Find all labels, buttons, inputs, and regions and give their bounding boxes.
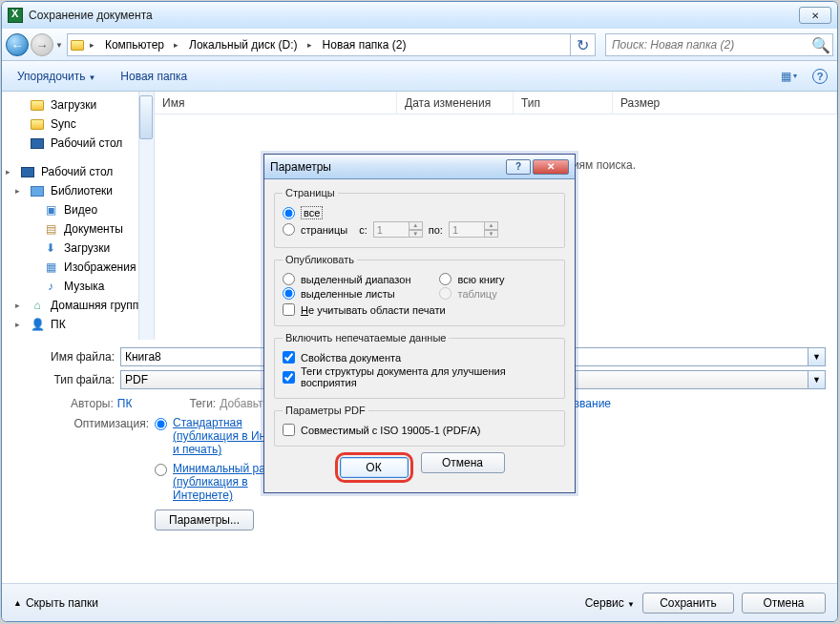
struct-row[interactable]: Теги структуры документа для улучшения в… <box>283 365 556 388</box>
opt-standard-radio[interactable] <box>155 418 167 430</box>
publish-sheets-row[interactable]: выделенные листы <box>283 287 410 300</box>
ok-button[interactable]: ОК <box>340 457 409 478</box>
cancel-button[interactable]: Отмена <box>742 593 826 614</box>
col-type[interactable]: Тип <box>514 92 613 114</box>
new-folder-button[interactable]: Новая папка <box>115 66 193 87</box>
breadcrumb-computer[interactable]: Компьютер <box>97 34 171 55</box>
breadcrumb-drive[interactable]: Локальный диск (D:) <box>181 34 304 55</box>
titlebar: Сохранение документа ✕ <box>2 2 837 29</box>
modal-help-button[interactable]: ? <box>506 159 531 175</box>
organize-menu[interactable]: Упорядочить▼ <box>11 66 101 87</box>
filename-label: Имя файла: <box>36 350 115 364</box>
modal-close-button[interactable]: ✕ <box>533 159 569 175</box>
help-icon[interactable]: ? <box>812 69 828 84</box>
opt-minimal-radio[interactable] <box>155 464 167 476</box>
breadcrumb-folder[interactable]: Новая папка (2) <box>315 34 413 55</box>
window-title: Сохранение документа <box>29 9 153 22</box>
col-modified[interactable]: Дата изменения <box>397 92 514 114</box>
refresh-button[interactable]: ↻ <box>571 33 596 56</box>
nav-tree[interactable]: Загрузки Sync Рабочий стол ▸Рабочий стол… <box>2 92 155 340</box>
publish-book-row[interactable]: всю книгу <box>439 273 504 285</box>
tree-scrollbar[interactable] <box>138 92 154 340</box>
tree-pc[interactable]: ▸👤ПК <box>15 315 154 334</box>
props-check[interactable] <box>283 351 295 364</box>
hide-folders-toggle[interactable]: ▲Скрыть папки <box>13 596 98 610</box>
filetype-label: Тип файла: <box>36 373 115 386</box>
authors-block[interactable]: Авторы:ПК <box>71 397 132 410</box>
searchbox[interactable]: 🔍 <box>605 33 833 56</box>
tree-downloads[interactable]: Загрузки <box>15 95 154 114</box>
col-size[interactable]: Размер <box>613 92 837 114</box>
publish-sheets-radio[interactable] <box>283 287 295 300</box>
tree-downloads2[interactable]: ⬇Загрузки <box>15 239 154 258</box>
navbar: ← → ▼ ▸ Компьютер▸ Локальный диск (D:)▸ … <box>2 29 837 61</box>
pdf-group: Параметры PDF Совместимый с ISO 19005-1 … <box>274 405 565 447</box>
filename-dropdown-icon[interactable]: ▼ <box>808 347 826 366</box>
filetype-dropdown-icon[interactable]: ▼ <box>808 370 826 389</box>
list-header: Имя Дата изменения Тип Размер <box>155 92 837 114</box>
pages-all-radio[interactable] <box>283 207 295 219</box>
publish-book-radio[interactable] <box>439 273 452 285</box>
publish-table-radio <box>439 287 452 300</box>
col-name[interactable]: Имя <box>155 92 397 114</box>
tree-pictures[interactable]: ▦Изображения <box>15 258 154 277</box>
ok-highlight: ОК <box>335 452 413 483</box>
pages-range-radio[interactable] <box>283 223 295 236</box>
forward-button[interactable]: → <box>31 33 53 56</box>
pages-group: Страницы все страницы с: ▲▼ по: ▲▼ <box>274 187 565 248</box>
tree-desktop-fav[interactable]: Рабочий стол <box>15 134 154 153</box>
tree-sync[interactable]: Sync <box>15 114 154 134</box>
excel-icon <box>8 8 23 23</box>
search-icon[interactable]: 🔍 <box>809 36 832 54</box>
pages-range-row[interactable]: страницы с: ▲▼ по: ▲▼ <box>283 221 556 238</box>
close-window-button[interactable]: ✕ <box>799 7 831 24</box>
tree-homegroup[interactable]: ▸⌂Домашняя групп <box>15 296 154 315</box>
footer: ▲Скрыть папки Сервис ▼ Сохранить Отмена <box>2 583 837 621</box>
nonprint-group: Включить непечатаемые данные Свойства до… <box>274 332 565 399</box>
tree-video[interactable]: ▣Видео <box>15 200 154 219</box>
pages-to-spinner[interactable]: ▲▼ <box>449 221 498 238</box>
pages-all-row[interactable]: все <box>283 206 556 219</box>
toolbar: Упорядочить▼ Новая папка ▦▼ ? <box>2 61 837 92</box>
tree-documents[interactable]: ▤Документы <box>15 219 154 239</box>
ignore-print-check[interactable] <box>283 303 295 316</box>
view-mode-button[interactable]: ▦▼ <box>780 67 799 86</box>
parameters-dialog: Параметры ? ✕ Страницы все страницы с: ▲… <box>263 154 576 493</box>
props-row[interactable]: Свойства документа <box>283 351 556 364</box>
save-button[interactable]: Сохранить <box>642 593 734 614</box>
pages-from-spinner[interactable]: ▲▼ <box>373 221 423 238</box>
publish-range-row[interactable]: выделенный диапазон <box>283 273 410 285</box>
tree-desktop[interactable]: ▸Рабочий стол <box>6 162 154 181</box>
publish-table-row: таблицу <box>439 287 504 300</box>
parameters-button[interactable]: Параметры... <box>155 510 254 530</box>
back-button[interactable]: ← <box>6 33 29 56</box>
publish-range-radio[interactable] <box>283 273 295 285</box>
ignore-print-row[interactable]: Не учитывать области печати <box>283 303 556 316</box>
modal-titlebar: Параметры ? ✕ <box>264 155 575 179</box>
publish-group: Опубликовать выделенный диапазон выделен… <box>274 254 565 326</box>
breadcrumb[interactable]: ▸ Компьютер▸ Локальный диск (D:)▸ Новая … <box>67 33 571 56</box>
iso-check[interactable] <box>283 424 295 436</box>
search-input[interactable] <box>606 38 809 52</box>
history-dropdown-icon[interactable]: ▼ <box>55 41 63 50</box>
folder-icon <box>68 34 87 55</box>
modal-cancel-button[interactable]: Отмена <box>421 452 505 473</box>
modal-title: Параметры <box>270 160 331 174</box>
optimization-label: Оптимизация: <box>36 416 149 430</box>
tree-libraries[interactable]: ▸Библиотеки <box>15 181 154 200</box>
tools-menu[interactable]: Сервис ▼ <box>585 596 635 610</box>
struct-check[interactable] <box>283 371 295 384</box>
tree-music[interactable]: ♪Музыка <box>15 277 154 296</box>
iso-row[interactable]: Совместимый с ISO 19005-1 (PDF/A) <box>283 424 556 436</box>
